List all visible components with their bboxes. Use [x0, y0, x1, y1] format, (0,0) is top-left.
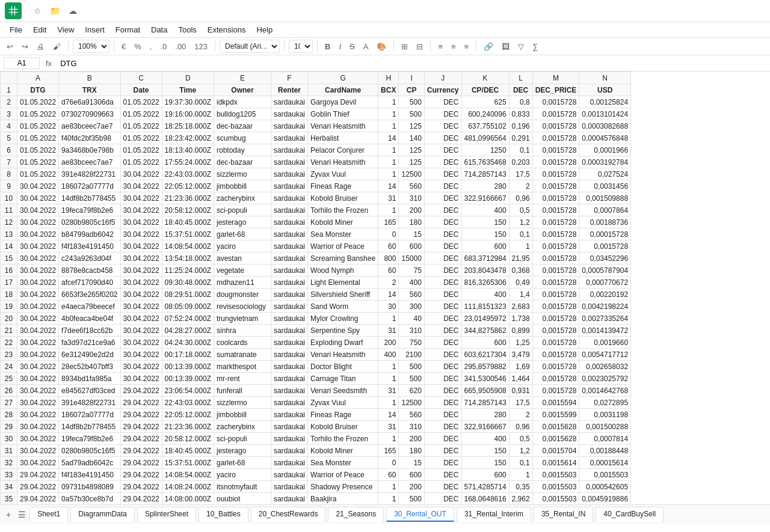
table-cell[interactable]: 0,0015728 [532, 373, 579, 385]
table-cell[interactable]: 280 [461, 180, 509, 192]
table-cell[interactable]: sardaukai [271, 108, 308, 120]
table-cell[interactable]: Fineas Rage [308, 180, 378, 192]
table-cell[interactable]: 0,5 [509, 204, 532, 216]
table-cell[interactable]: 14:08:54.000Z [162, 240, 214, 252]
table-cell[interactable]: 0,0015728 [532, 228, 579, 240]
table-cell[interactable]: sardaukai [271, 433, 308, 445]
table-cell[interactable]: 29.04.2022 [120, 409, 162, 421]
table-cell[interactable]: d76e6a91306da [59, 96, 120, 108]
table-cell[interactable]: 00:13:39.000Z [162, 373, 214, 385]
table-cell[interactable]: f4f183e4191450 [59, 240, 120, 252]
table-cell[interactable]: f40fdc2bf35b98 [59, 132, 120, 144]
table-cell[interactable]: 0,96 [509, 192, 532, 204]
table-cell[interactable]: DEC [424, 349, 461, 361]
table-cell[interactable]: 500 [399, 108, 424, 120]
table-cell[interactable]: 1 [378, 397, 399, 409]
table-cell[interactable]: 203,8043478 [461, 264, 509, 277]
table-cell[interactable]: Kobold Bruiser [308, 421, 378, 433]
table-cell[interactable]: 0,0007814 [579, 433, 631, 445]
table-cell[interactable]: 400 [378, 349, 399, 361]
table-cell[interactable]: 295,8579882 [461, 361, 509, 373]
menu-file[interactable]: File [5, 23, 27, 36]
table-cell[interactable]: 560 [399, 180, 424, 192]
table-cell[interactable]: ae83bceec7ae7 [59, 120, 120, 132]
table-cell[interactable]: DEC [424, 409, 461, 421]
sheet-tab-diagrammdata[interactable]: DiagrammData [70, 507, 135, 522]
table-cell[interactable]: 14:08:24.000Z [162, 481, 214, 493]
table-cell[interactable]: 14 [378, 289, 399, 301]
table-cell[interactable]: 186072a07777d [59, 409, 120, 421]
table-cell[interactable]: sardaukai [271, 373, 308, 385]
table-cell[interactable]: 0,0015728 [532, 277, 579, 289]
table-cell[interactable]: DEC [424, 481, 461, 493]
table-cell[interactable]: 30.04.2022 [17, 313, 59, 325]
table-cell[interactable]: 1,25 [509, 337, 532, 349]
table-cell[interactable]: 14:08:54.000Z [162, 469, 214, 481]
sheet-tab-40-cardbuysell[interactable]: 40_CardBuySell [596, 507, 664, 522]
table-cell[interactable]: 750 [399, 337, 424, 349]
table-cell[interactable]: sci-populi [214, 204, 271, 216]
table-cell[interactable]: jimbobbill [214, 180, 271, 192]
table-cell[interactable]: 5ad79adb6042c [59, 457, 120, 469]
table-cell[interactable]: 29.04.2022 [120, 385, 162, 397]
table-cell[interactable]: 29.04.2022 [120, 481, 162, 493]
table-cell[interactable]: 0,0015728 [532, 204, 579, 216]
col-header-k[interactable]: K [461, 72, 509, 84]
table-cell[interactable]: 0,1 [509, 228, 532, 240]
table-cell[interactable]: 1 [378, 433, 399, 445]
menu-insert[interactable]: Insert [80, 23, 109, 36]
table-cell[interactable]: 0,0015503 [532, 469, 579, 481]
table-cell[interactable]: 800 [378, 252, 399, 264]
table-cell[interactable]: sardaukai [271, 301, 308, 313]
table-cell[interactable]: 40 [399, 313, 424, 325]
table-cell[interactable]: mdhazen11 [214, 277, 271, 289]
table-cell[interactable]: 30.04.2022 [120, 325, 162, 337]
table-cell[interactable]: DEC [424, 204, 461, 216]
table-cell[interactable]: 125 [399, 120, 424, 132]
table-cell[interactable]: 165 [378, 216, 399, 228]
table-cell[interactable]: DEC [424, 156, 461, 168]
table-cell[interactable]: Warrior of Peace [308, 469, 378, 481]
table-cell[interactable]: 0,0015728 [532, 325, 579, 337]
table-cell[interactable]: Gargoya Devil [308, 96, 378, 108]
table-cell[interactable]: jimbobbill [214, 409, 271, 421]
sheet-tab-10-battles[interactable]: 10_Battles [199, 507, 248, 522]
table-cell[interactable]: 30.04.2022 [17, 445, 59, 457]
table-cell[interactable]: 15:37:51.000Z [162, 228, 214, 240]
table-cell[interactable]: Kobold Bruiser [308, 192, 378, 204]
table-cell[interactable]: 30.04.2022 [17, 397, 59, 409]
table-cell[interactable]: 0,0015704 [532, 445, 579, 457]
table-cell[interactable]: trungvietnam [214, 313, 271, 325]
paint-format-button[interactable]: 🖌 [50, 40, 64, 53]
table-cell[interactable]: 22:05:12.000Z [162, 180, 214, 192]
table-cell[interactable]: DEC [424, 313, 461, 325]
table-cell[interactable]: sardaukai [271, 168, 308, 180]
table-cell[interactable]: 15000 [399, 252, 424, 264]
table-cell[interactable]: 01.05.2022 [120, 108, 162, 120]
table-cell[interactable]: 30.04.2022 [120, 349, 162, 361]
table-cell[interactable]: 07:52:24.000Z [162, 313, 214, 325]
table-cell[interactable]: vegetate [214, 264, 271, 277]
table-cell[interactable]: 19feca79f8b2e6 [59, 433, 120, 445]
table-cell[interactable]: 31 [378, 421, 399, 433]
table-cell[interactable]: 200 [399, 433, 424, 445]
table-cell[interactable]: 0,833 [509, 108, 532, 120]
table-cell[interactable]: 714,2857143 [461, 168, 509, 180]
table-cell[interactable]: 29.04.2022 [17, 493, 59, 505]
print-button[interactable]: 🖨 [34, 40, 48, 53]
menu-edit[interactable]: Edit [28, 23, 51, 36]
table-cell[interactable]: DEC [424, 445, 461, 457]
table-cell[interactable]: 0,0015728 [532, 216, 579, 228]
table-cell[interactable]: 0,0014642768 [579, 385, 631, 397]
align-center-button[interactable]: ≡ [448, 40, 459, 53]
table-cell[interactable]: 30.04.2022 [120, 337, 162, 349]
table-cell[interactable]: c243a9263d04f [59, 252, 120, 264]
table-cell[interactable]: sardaukai [271, 156, 308, 168]
table-cell[interactable]: 0,001509888 [579, 192, 631, 204]
table-cell[interactable]: 0,0027335264 [579, 313, 631, 325]
sheet-tab-21-seasons[interactable]: 21_Seasons [328, 507, 384, 522]
table-cell[interactable]: sinhra [214, 325, 271, 337]
table-cell[interactable]: 0,0013101424 [579, 108, 631, 120]
col-header-bcx[interactable]: BCX [378, 84, 399, 96]
table-cell[interactable]: afcef717090d40 [59, 277, 120, 289]
